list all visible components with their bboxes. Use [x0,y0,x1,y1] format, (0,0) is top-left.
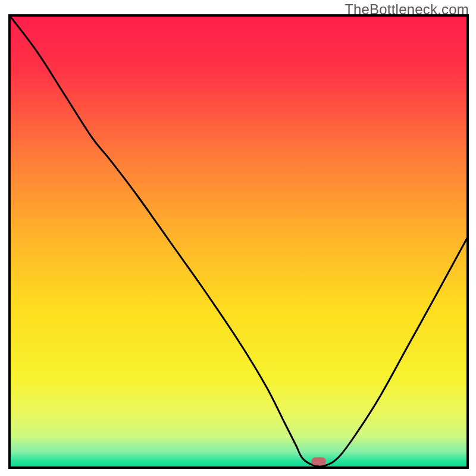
watermark-text: TheBottleneck.com [345,1,469,18]
optimal-marker [311,458,326,466]
chart-container: TheBottleneck.com [0,0,476,476]
bottleneck-chart [0,0,476,476]
plot-background [10,15,468,468]
